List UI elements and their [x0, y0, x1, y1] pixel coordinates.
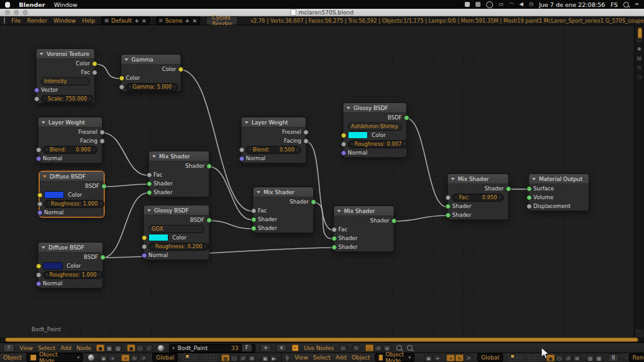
slider-left-arrow-icon[interactable]: ‹	[46, 273, 48, 277]
node-diffuse2[interactable]: Diffuse BSDFBSDFColor‹Roughness:1.000›No…	[38, 242, 103, 288]
shader-world-button[interactable]: ○	[136, 344, 144, 351]
vpr-select-menu[interactable]: Select	[313, 354, 331, 361]
window-menu[interactable]: Window	[54, 1, 77, 8]
shader-object-button[interactable]: ●	[127, 344, 135, 351]
node-header-gamma[interactable]: Gamma	[121, 55, 180, 65]
node-header-mix4[interactable]: Mix Shader	[448, 174, 508, 184]
layer-cell[interactable]	[536, 355, 538, 358]
node-header-layerweight2[interactable]: Layer Weight	[242, 118, 306, 128]
node-header-glossy_tr[interactable]: Glossy BSDF	[343, 103, 406, 113]
node-add-menu[interactable]: Add	[60, 345, 71, 351]
vpl-object-menu[interactable]: Object	[3, 354, 21, 361]
output-socket-facing[interactable]	[99, 138, 105, 144]
node-editor-canvas[interactable]: Voronoi TextureColorFacIntensityVector‹S…	[0, 25, 634, 337]
collapse-triangle-icon[interactable]	[152, 155, 156, 158]
collapse-triangle-icon[interactable]	[532, 178, 536, 180]
input-socket-normal[interactable]	[36, 156, 42, 162]
vpr-opengl-icon[interactable]: ▦	[595, 354, 603, 361]
render-engine-selector[interactable]: Cycles Render	[206, 16, 238, 25]
node-header-glossy_mid[interactable]: Glossy BSDF	[144, 206, 209, 216]
output-socket-color[interactable]	[92, 61, 97, 67]
input-socket-color[interactable]	[341, 133, 347, 138]
vpr-orientation-selector[interactable]: Global	[477, 353, 503, 362]
value-slider[interactable]: ‹Roughness:0.007›	[348, 140, 408, 148]
vpl-translate-icon[interactable]: +	[121, 354, 130, 361]
node-layerweight1[interactable]: Layer WeightFresnelFacing‹Blend:0.900›No…	[38, 117, 103, 163]
input-socket-gamma[interactable]	[119, 84, 125, 90]
vpl-sphere-icon[interactable]: ○	[230, 354, 238, 361]
pause-render-button[interactable]: II	[608, 354, 619, 362]
vpr-add-menu[interactable]: Add	[336, 354, 347, 361]
vpr-scale-icon[interactable]: ↗	[464, 354, 472, 361]
input-socket-blend[interactable]	[239, 147, 245, 153]
input-socket-normal[interactable]	[36, 281, 42, 287]
help-menu[interactable]: Help	[82, 18, 96, 24]
layer-cell[interactable]	[521, 358, 523, 361]
node-gamma[interactable]: GammaColorColor‹Gamma:5.000›	[121, 54, 181, 92]
vpl-pivot-icon[interactable]: ◉	[99, 354, 108, 361]
vpr-mode-selector[interactable]: Object Mode ▾	[375, 353, 414, 362]
vpl-render-toggle-icon[interactable]: ▦	[221, 354, 230, 361]
zoom-in-icon[interactable]	[396, 345, 402, 351]
material-users-count[interactable]: 33	[231, 345, 238, 351]
node-header-diffuse1[interactable]: Diffuse BSDF	[40, 172, 104, 182]
vpr-editor-type-icon[interactable]: ◇	[285, 354, 289, 362]
material-datablock[interactable]: ▾ Bodt_Paint 33 F	[169, 344, 255, 353]
color-swatch[interactable]	[348, 131, 368, 139]
output-socket-shader[interactable]	[391, 218, 397, 224]
tree-type-compositing-button[interactable]: ▦	[105, 344, 113, 351]
input-socket-normal[interactable]	[142, 253, 147, 258]
layer-cell[interactable]	[189, 358, 192, 361]
right-strip-icon-5[interactable]: ○	[636, 74, 643, 80]
input-socket-roughness[interactable]	[142, 244, 147, 250]
slider-right-arrow-icon[interactable]: ›	[99, 273, 101, 277]
input-socket-fac[interactable]	[445, 195, 451, 200]
slider-right-arrow-icon[interactable]: ›	[100, 202, 102, 206]
collapse-triangle-icon[interactable]	[257, 191, 260, 194]
zoom-out-icon[interactable]	[407, 345, 413, 351]
wifi-icon[interactable]: ◠	[509, 2, 514, 7]
layer-cell[interactable]	[201, 355, 204, 358]
output-socket-fresnel[interactable]	[99, 129, 105, 135]
vpr-translate-icon[interactable]: +	[447, 354, 455, 361]
layer-cell[interactable]	[533, 358, 535, 361]
input-socket-roughness[interactable]	[341, 141, 347, 147]
layer-cell[interactable]	[511, 355, 514, 358]
output-socket-bsdf[interactable]	[100, 255, 106, 260]
node-header-voronoi[interactable]: Voronoi Texture	[36, 49, 94, 59]
layer-cell[interactable]	[183, 355, 186, 358]
layer-cell[interactable]	[208, 355, 210, 358]
slider-left-arrow-icon[interactable]: ‹	[152, 244, 153, 249]
layer-cell[interactable]	[530, 358, 532, 361]
output-socket-color[interactable]	[178, 67, 184, 72]
input-socket-normal[interactable]	[239, 156, 245, 162]
collapse-triangle-icon[interactable]	[451, 178, 455, 180]
node-header-output[interactable]: Material Output	[529, 174, 589, 184]
collapse-triangle-icon[interactable]	[147, 209, 151, 212]
vpl-render-anim-icon[interactable]: ▶	[270, 354, 278, 361]
layer-cell[interactable]	[183, 358, 186, 361]
slider-left-arrow-icon[interactable]: ‹	[249, 148, 251, 152]
layer-cell[interactable]	[192, 355, 195, 358]
layer-cell[interactable]	[214, 355, 216, 358]
output-socket-shader[interactable]	[206, 163, 212, 169]
layer-cell[interactable]	[533, 355, 535, 358]
vpr-rotate-icon[interactable]: ↻	[455, 354, 464, 361]
scene-name[interactable]: Scene	[165, 18, 182, 24]
color-swatch[interactable]	[148, 234, 169, 241]
status-icon-2[interactable]	[475, 2, 480, 7]
input-socket-shader[interactable]	[445, 212, 451, 218]
editor-type-node-icon[interactable]: ⠿	[3, 344, 14, 352]
add-layout-button[interactable]: +	[135, 18, 140, 24]
value-slider[interactable]: ‹Fac:0.950›	[452, 194, 504, 202]
node-node-menu[interactable]: Node	[77, 345, 92, 351]
airplay-icon[interactable]: ▭	[499, 2, 504, 7]
vpr-render-border-icon[interactable]: ▨	[586, 354, 594, 361]
input-socket-color[interactable]	[119, 75, 125, 81]
input-socket-color[interactable]	[36, 263, 42, 269]
input-socket-roughness[interactable]	[37, 201, 43, 207]
layer-cell[interactable]	[186, 355, 189, 358]
input-socket-normal[interactable]	[37, 210, 43, 216]
use-nodes-checkbox[interactable]: ✓	[292, 344, 299, 351]
output-socket-fresnel[interactable]	[303, 129, 309, 135]
